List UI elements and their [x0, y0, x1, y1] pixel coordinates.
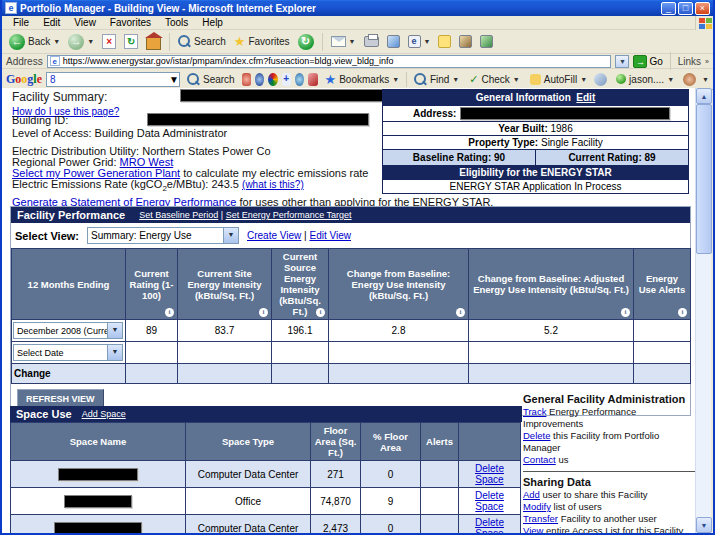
- track-link[interactable]: Track: [523, 406, 546, 417]
- spinner-icon[interactable]: [268, 73, 277, 86]
- delete-facility-link[interactable]: Delete: [523, 430, 550, 441]
- bookmarks-button[interactable]: ★ Bookmarks ▼: [322, 72, 403, 87]
- menu-bar: File Edit View Favorites Tools Help: [2, 16, 713, 30]
- scroll-down-icon[interactable]: ▼: [696, 517, 712, 533]
- edit-general-info-link[interactable]: Edit: [576, 92, 595, 103]
- view-select[interactable]: Summary: Energy Use ▼: [87, 227, 239, 244]
- google-search-input[interactable]: 8 ▼: [46, 72, 180, 87]
- add-icon[interactable]: +: [282, 73, 291, 86]
- go-button[interactable]: → Go: [633, 55, 662, 68]
- menu-view[interactable]: View: [67, 17, 103, 28]
- modify-users-link[interactable]: Modify: [523, 501, 551, 512]
- back-dropdown-icon[interactable]: ▼: [53, 38, 60, 45]
- info-icon[interactable]: i: [165, 308, 174, 317]
- online-status-icon: [616, 74, 626, 84]
- scroll-up-icon[interactable]: ▲: [696, 88, 712, 104]
- web-globe-icon[interactable]: [255, 73, 264, 86]
- view-access-list-link[interactable]: View: [523, 525, 543, 533]
- popup-blocker-icon[interactable]: [308, 73, 317, 86]
- edit-view-link[interactable]: Edit View: [309, 230, 351, 241]
- close-button[interactable]: ×: [695, 2, 710, 15]
- menu-help[interactable]: Help: [195, 17, 230, 28]
- set-energy-target-link[interactable]: Set Energy Performance Target: [226, 210, 352, 220]
- change-eui-value: 2.8: [329, 320, 469, 342]
- notes-button[interactable]: [435, 34, 454, 49]
- forward-dropdown-icon[interactable]: ▼: [87, 38, 94, 45]
- refresh-button[interactable]: ↻: [121, 33, 141, 50]
- menu-tools[interactable]: Tools: [158, 17, 195, 28]
- sidebar-section-title: General Facility Administration: [523, 393, 695, 405]
- home-button[interactable]: [143, 33, 164, 51]
- info-icon[interactable]: i: [316, 308, 325, 317]
- share-icon[interactable]: [242, 73, 251, 86]
- info-icon[interactable]: i: [456, 308, 465, 317]
- research-button[interactable]: [456, 34, 475, 49]
- links-more-icon[interactable]: »: [705, 58, 709, 65]
- info-icon[interactable]: i: [678, 308, 687, 317]
- delete-space-link[interactable]: Delete Space: [475, 517, 504, 533]
- restore-button[interactable]: □: [678, 2, 693, 15]
- what-is-this-link[interactable]: (what is this?): [242, 179, 304, 190]
- address-label: Address: [6, 56, 43, 67]
- building-id-label: Building ID:: [12, 114, 68, 126]
- contact-link[interactable]: Contact: [523, 454, 556, 465]
- menu-favorites[interactable]: Favorites: [103, 17, 158, 28]
- settings-gear-icon[interactable]: [683, 73, 696, 86]
- period-select-empty[interactable]: Select Date ▼: [13, 344, 123, 361]
- settings-dropdown-icon[interactable]: ▼: [702, 76, 709, 83]
- discuss-dropdown-icon[interactable]: ▼: [424, 38, 431, 45]
- search-button[interactable]: Search: [175, 34, 229, 49]
- browser-window: e Portfolio Manager - Building View - Mi…: [0, 0, 715, 535]
- create-view-link[interactable]: Create View: [247, 230, 301, 241]
- autofill-button[interactable]: AutoFill ▼: [527, 73, 590, 86]
- wrench-icon[interactable]: [594, 73, 607, 86]
- transfer-facility-link[interactable]: Transfer: [523, 513, 558, 524]
- level-of-access: Level of Access: Building Data Administr…: [12, 127, 227, 139]
- mail-dropdown-icon[interactable]: ▼: [349, 38, 356, 45]
- check-button[interactable]: ✓ Check ▼: [466, 72, 523, 87]
- space-row: Office 74,870 9 Delete Space: [11, 488, 521, 515]
- add-space-link[interactable]: Add Space: [82, 409, 126, 419]
- info-icon[interactable]: i: [259, 308, 268, 317]
- set-baseline-period-link[interactable]: Set Baseline Period: [139, 210, 218, 220]
- vertical-scrollbar[interactable]: ▲ ▼: [695, 88, 711, 533]
- check-dropdown-icon: ▼: [513, 76, 520, 83]
- history-button[interactable]: ↻: [295, 33, 317, 51]
- translate-icon[interactable]: [295, 73, 304, 86]
- delete-space-link[interactable]: Delete Space: [475, 490, 504, 512]
- scrollbar-thumb[interactable]: [696, 104, 712, 254]
- messenger-button[interactable]: [477, 34, 496, 49]
- find-button[interactable]: Find ▼: [411, 72, 462, 87]
- address-dropdown-icon[interactable]: ▼: [615, 55, 629, 68]
- discuss-button[interactable]: e ▼: [405, 34, 434, 49]
- google-search-dropdown-icon[interactable]: ▼: [166, 73, 179, 86]
- alerts-value: [634, 320, 691, 342]
- print-button[interactable]: [361, 35, 382, 48]
- site-eui-value: 83.7: [178, 320, 272, 342]
- forward-button[interactable]: → ▼: [65, 33, 97, 51]
- favorites-button[interactable]: ★ Favorites: [231, 34, 293, 49]
- property-type-row: Property Type: Single Facility: [383, 135, 688, 149]
- edit-button[interactable]: [384, 34, 403, 49]
- ratings-row: Baseline Rating: 90 Current Rating: 89: [383, 149, 688, 165]
- minimize-button[interactable]: _: [661, 2, 676, 15]
- google-search-button[interactable]: Search: [184, 72, 238, 87]
- menu-edit[interactable]: Edit: [36, 17, 67, 28]
- delete-space-link[interactable]: Delete Space: [475, 463, 504, 485]
- menu-file[interactable]: File: [6, 17, 36, 28]
- account-button[interactable]: jason.... ▼: [613, 73, 677, 86]
- change-adj-eui-value: 5.2: [469, 320, 634, 342]
- notes-icon: [438, 35, 451, 48]
- source-eui-value: 196.1: [272, 320, 329, 342]
- performance-table: 12 Months Ending Current Rating (1-100)i…: [11, 248, 691, 384]
- back-button[interactable]: ← Back ▼: [6, 33, 63, 51]
- links-label[interactable]: Links: [678, 56, 701, 67]
- general-info-panel: General Information Edit Address: Year B…: [382, 89, 689, 194]
- info-icon[interactable]: i: [621, 308, 630, 317]
- address-input[interactable]: e https://www.energystar.gov/istar/pmpam…: [47, 55, 612, 68]
- stop-button[interactable]: ×: [99, 33, 119, 50]
- go-arrow-icon: →: [633, 55, 647, 68]
- mail-button[interactable]: ▼: [328, 35, 359, 48]
- add-user-link[interactable]: Add: [523, 489, 540, 500]
- period-select-current[interactable]: December 2008 (Current) ▼: [13, 322, 123, 339]
